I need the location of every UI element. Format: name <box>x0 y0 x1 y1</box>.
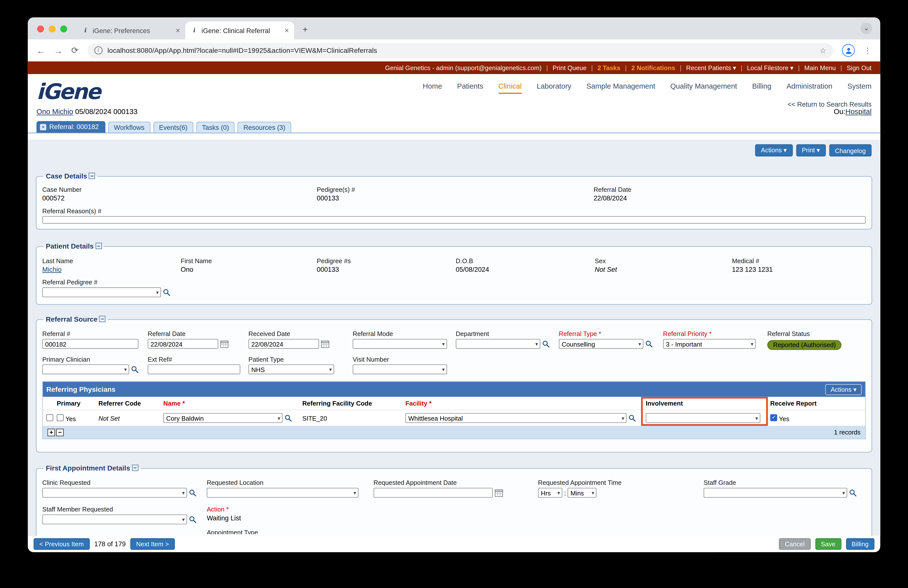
ou-hospital-link[interactable]: Hospital <box>845 108 871 116</box>
search-icon[interactable] <box>189 516 197 524</box>
close-window-icon[interactable] <box>37 26 44 32</box>
print-button[interactable]: Print ▾ <box>796 144 826 156</box>
forward-icon[interactable]: → <box>54 45 63 55</box>
sign-out-link[interactable]: Sign Out <box>847 64 871 71</box>
visit-number-select[interactable] <box>353 364 447 374</box>
nav-item-quality-management[interactable]: Quality Management <box>670 82 737 94</box>
browser-tab-preferences[interactable]: i iGene: Preferences <box>76 21 185 40</box>
calendar-icon[interactable] <box>220 340 229 348</box>
print-queue-link[interactable]: Print Queue <box>552 64 586 71</box>
separator: | <box>680 64 681 71</box>
physician-name-select[interactable]: Cory Baldwin <box>163 413 283 423</box>
browser-tab-clinical-referral[interactable]: i iGene: Clinical Referral <box>185 21 294 40</box>
referral-type-select[interactable]: Counselling <box>559 339 644 349</box>
calendar-icon[interactable] <box>321 340 329 348</box>
patient-type-select[interactable]: NHS <box>248 364 334 374</box>
close-icon[interactable] <box>40 124 47 130</box>
involvement-select[interactable] <box>646 413 760 423</box>
nav-item-patients[interactable]: Patients <box>457 82 483 94</box>
maximize-window-icon[interactable] <box>60 26 67 32</box>
back-icon[interactable]: ← <box>37 45 45 55</box>
add-row-button[interactable]: + <box>47 429 55 436</box>
tab-tasks[interactable]: Tasks (0) <box>196 122 235 133</box>
nav-item-system[interactable]: System <box>847 82 871 94</box>
facility-select[interactable]: Whittlesea Hospital <box>406 413 627 423</box>
collapse-icon[interactable] <box>99 316 106 322</box>
primary-clinician-select[interactable] <box>42 364 129 374</box>
ext-ref-input[interactable] <box>148 364 240 374</box>
actions-button[interactable]: Actions ▾ <box>755 144 792 156</box>
department-select[interactable] <box>456 339 540 349</box>
window-controls <box>37 26 67 32</box>
tab-referral[interactable]: Referral: 000182 <box>37 121 105 133</box>
collapse-icon[interactable] <box>95 243 102 249</box>
next-item-button[interactable]: Next Item > <box>130 538 175 550</box>
nav-item-home[interactable]: Home <box>423 82 442 94</box>
tab-events[interactable]: Events(6) <box>153 122 193 133</box>
tab-resources[interactable]: Resources (3) <box>238 122 291 133</box>
row-select-checkbox[interactable] <box>47 414 53 421</box>
cancel-button[interactable]: Cancel <box>779 538 810 550</box>
search-icon[interactable] <box>131 365 139 374</box>
staff-grade-select[interactable] <box>704 488 847 498</box>
patient-name-link[interactable]: Ono Michio <box>37 108 73 116</box>
save-button[interactable]: Save <box>815 538 841 550</box>
nav-item-laboratory[interactable]: Laboratory <box>537 82 571 94</box>
previous-item-button[interactable]: < Previous Item <box>34 538 90 550</box>
primary-checkbox[interactable] <box>57 414 64 421</box>
nav-item-sample-management[interactable]: Sample Management <box>586 82 655 94</box>
tab-search-icon[interactable]: ⌄ <box>861 23 872 34</box>
nav-item-clinical[interactable]: Clinical <box>498 82 522 94</box>
minimize-window-icon[interactable] <box>48 26 56 32</box>
recent-patients-menu[interactable]: Recent Patients ▾ <box>686 64 736 72</box>
changelog-button[interactable]: Changelog <box>829 144 871 156</box>
staff-member-select[interactable] <box>42 514 187 524</box>
nav-item-billing[interactable]: Billing <box>752 82 771 94</box>
close-tab-icon[interactable] <box>285 27 289 34</box>
profile-icon[interactable] <box>842 44 855 57</box>
nav-item-administration[interactable]: Administration <box>786 82 832 94</box>
url-bar[interactable]: i localhost:8080/App/App.html?locale=nul… <box>87 43 833 58</box>
search-icon[interactable] <box>645 340 654 348</box>
close-tab-icon[interactable] <box>175 27 180 34</box>
hours-select[interactable]: Hrs <box>538 488 562 498</box>
page-header: iGene Home Patients Clinical Laboratory … <box>28 74 881 140</box>
search-icon[interactable] <box>189 489 197 497</box>
collapse-icon[interactable] <box>89 172 95 179</box>
search-icon[interactable] <box>542 340 550 348</box>
referral-number-input[interactable]: 000182 <box>42 339 138 349</box>
return-to-search-link[interactable]: << Return to Search Results <box>787 101 872 108</box>
received-date-input[interactable]: 22/08/2024 <box>248 339 319 349</box>
referral-mode-select[interactable] <box>353 339 447 349</box>
main-menu-link[interactable]: Main Menu <box>804 64 836 71</box>
reload-icon[interactable]: ⟳ <box>71 45 79 56</box>
local-filestore-menu[interactable]: Local Filestore ▾ <box>747 64 793 72</box>
referral-date-input[interactable]: 22/08/2024 <box>148 339 218 349</box>
bookmark-icon[interactable]: ☆ <box>819 46 826 55</box>
requested-date-input[interactable] <box>374 488 493 498</box>
billing-button[interactable]: Billing <box>846 538 874 550</box>
minutes-select[interactable]: Mins <box>568 488 597 498</box>
clinic-requested-select[interactable] <box>42 488 187 498</box>
collapse-icon[interactable] <box>132 465 138 471</box>
igene-favicon-icon: i <box>82 27 89 34</box>
requested-location-select[interactable] <box>207 488 359 498</box>
search-icon[interactable] <box>628 414 636 422</box>
search-icon[interactable] <box>163 288 171 296</box>
referral-reason-input[interactable] <box>42 216 866 224</box>
receive-report-checkbox[interactable] <box>770 414 777 421</box>
new-tab-button[interactable]: + <box>298 22 312 37</box>
notifications-link[interactable]: 2 Notifications <box>631 64 675 71</box>
tasks-link[interactable]: 2 Tasks <box>597 64 621 71</box>
referring-physicians-actions-button[interactable]: Actions ▾ <box>825 384 861 395</box>
page-info-icon[interactable]: i <box>94 47 102 55</box>
search-icon[interactable] <box>284 414 292 422</box>
referral-priority-select[interactable]: 3 - Important <box>663 339 756 349</box>
referral-pedigree-select[interactable] <box>42 287 161 297</box>
remove-row-button[interactable]: − <box>56 429 64 436</box>
browser-menu-icon[interactable]: ⋮ <box>863 46 871 55</box>
tab-workflows[interactable]: Workflows <box>108 122 150 133</box>
calendar-icon[interactable] <box>494 488 503 497</box>
last-name-link[interactable]: Michio <box>42 266 61 273</box>
search-icon[interactable] <box>849 489 857 497</box>
